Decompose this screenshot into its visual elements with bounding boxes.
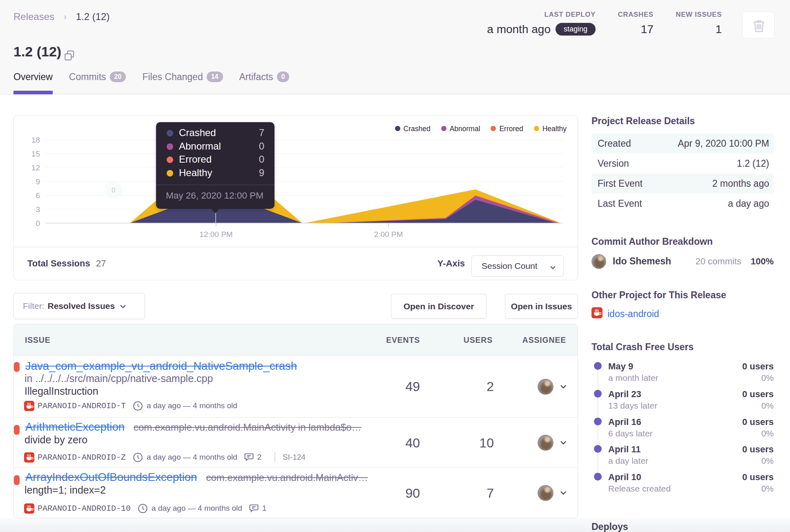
svg-text:2:00 PM: 2:00 PM [374,230,403,239]
svg-text:3: 3 [36,205,40,214]
svg-text:18: 18 [31,136,40,144]
svg-text:6: 6 [36,191,40,200]
svg-text:12:00 PM: 12:00 PM [199,230,232,239]
svg-text:0: 0 [112,186,115,194]
svg-text:12: 12 [31,163,40,172]
svg-text:0: 0 [36,219,40,228]
svg-text:9: 9 [36,177,40,186]
svg-text:15: 15 [31,150,40,158]
